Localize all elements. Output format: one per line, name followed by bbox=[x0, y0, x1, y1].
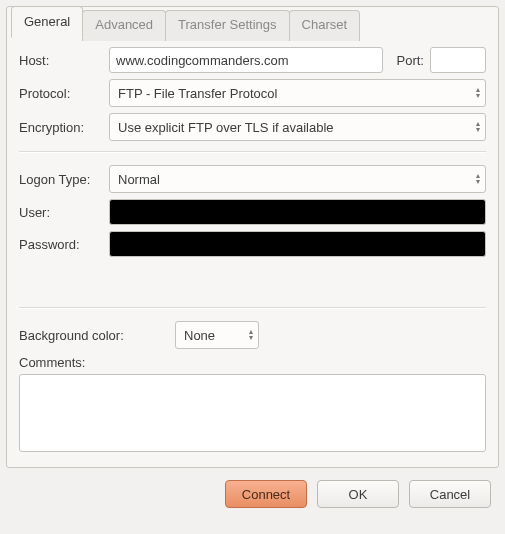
encryption-value: Use explicit FTP over TLS if available bbox=[118, 120, 334, 135]
bgcolor-value: None bbox=[184, 328, 215, 343]
separator bbox=[19, 307, 486, 309]
tab-body-general: Host: Port: Protocol: FTP - File Transfe… bbox=[7, 37, 498, 467]
host-input[interactable] bbox=[109, 47, 383, 73]
separator bbox=[19, 151, 486, 153]
tab-general[interactable]: General bbox=[11, 6, 83, 38]
bgcolor-select[interactable]: None ▴▾ bbox=[175, 321, 259, 349]
port-label: Port: bbox=[397, 53, 424, 68]
logon-type-label: Logon Type: bbox=[19, 172, 103, 187]
logon-type-select[interactable]: Normal ▴▾ bbox=[109, 165, 486, 193]
comments-label: Comments: bbox=[19, 355, 486, 370]
port-input[interactable] bbox=[430, 47, 486, 73]
protocol-value: FTP - File Transfer Protocol bbox=[118, 86, 277, 101]
dropdown-spinner-icon: ▴▾ bbox=[476, 173, 480, 185]
tab-advanced[interactable]: Advanced bbox=[82, 10, 166, 41]
bgcolor-label: Background color: bbox=[19, 328, 169, 343]
password-input[interactable] bbox=[109, 231, 486, 257]
dialog-button-bar: Connect OK Cancel bbox=[6, 468, 499, 514]
encryption-select[interactable]: Use explicit FTP over TLS if available ▴… bbox=[109, 113, 486, 141]
protocol-select[interactable]: FTP - File Transfer Protocol ▴▾ bbox=[109, 79, 486, 107]
tab-charset[interactable]: Charset bbox=[289, 10, 361, 41]
dropdown-spinner-icon: ▴▾ bbox=[249, 329, 253, 341]
host-label: Host: bbox=[19, 53, 103, 68]
tab-row: General Advanced Transfer Settings Chars… bbox=[11, 6, 359, 37]
tab-container: General Advanced Transfer Settings Chars… bbox=[6, 6, 499, 468]
encryption-label: Encryption: bbox=[19, 120, 103, 135]
comments-textarea[interactable] bbox=[19, 374, 486, 452]
user-input[interactable] bbox=[109, 199, 486, 225]
dropdown-spinner-icon: ▴▾ bbox=[476, 121, 480, 133]
dropdown-spinner-icon: ▴▾ bbox=[476, 87, 480, 99]
password-label: Password: bbox=[19, 237, 103, 252]
connect-button[interactable]: Connect bbox=[225, 480, 307, 508]
protocol-label: Protocol: bbox=[19, 86, 103, 101]
tab-transfer-settings[interactable]: Transfer Settings bbox=[165, 10, 290, 41]
logon-type-value: Normal bbox=[118, 172, 160, 187]
user-label: User: bbox=[19, 205, 103, 220]
cancel-button[interactable]: Cancel bbox=[409, 480, 491, 508]
ok-button[interactable]: OK bbox=[317, 480, 399, 508]
site-manager-dialog: General Advanced Transfer Settings Chars… bbox=[0, 0, 505, 520]
